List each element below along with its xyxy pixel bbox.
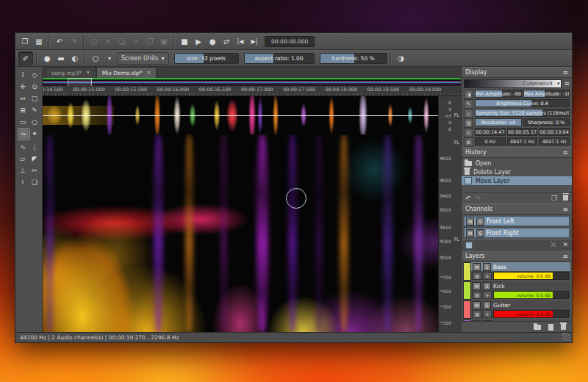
brightness-curve-slider[interactable]: Brightness Curve: 0.4	[475, 99, 570, 107]
volume-slider[interactable]: volume: 0.0 dB	[493, 272, 569, 280]
mute-button[interactable]: M	[466, 229, 474, 237]
tool-dotted-line-icon[interactable]: ⋮	[29, 141, 40, 152]
new-layer-icon[interactable]	[548, 324, 553, 331]
overview-strip[interactable]	[43, 78, 461, 86]
waveform-canvas[interactable]	[43, 96, 438, 134]
blend-mode-icon[interactable]: ▨	[473, 272, 481, 280]
spectrogram-canvas[interactable]	[43, 134, 438, 332]
resolution-icon[interactable]: ▥	[464, 118, 473, 128]
tool-harmonics-icon[interactable]: ∿	[18, 141, 29, 152]
tool-rectangle-select-icon[interactable]: ▢	[29, 93, 40, 104]
layer-color-swatch[interactable]	[463, 281, 471, 300]
colormap-layers-icon[interactable]: ≡	[564, 80, 570, 87]
resize-grip[interactable]	[562, 333, 570, 341]
layer-guitar[interactable]: M S Guitar ▨ + volume: 0.0 dB	[463, 300, 570, 319]
colormap-dropdown[interactable]: CubeHelix9 ▾	[464, 79, 562, 88]
delete-layer-icon[interactable]	[561, 324, 566, 330]
duplicate-icon[interactable]: ❐	[551, 195, 557, 202]
rounded-shape-icon[interactable]: ▬	[54, 52, 68, 65]
redo-icon[interactable]: ↷	[67, 35, 80, 48]
sampling-size-icon[interactable]: △	[464, 109, 473, 118]
tool-eraser-hard-icon[interactable]: ◤	[29, 153, 40, 164]
blend-icon[interactable]	[465, 242, 473, 249]
tool-scissors-icon[interactable]: ✂	[29, 165, 40, 176]
expand-button[interactable]: +	[483, 291, 492, 299]
cut-icon[interactable]: ✂	[129, 35, 143, 48]
tool-curve-icon[interactable]: ≀	[18, 176, 29, 187]
mute-button[interactable]: M	[466, 217, 474, 226]
time-zoom-icon[interactable]: ⊙	[464, 128, 473, 137]
channel-front-left[interactable]: M S Front Left	[464, 216, 570, 226]
brush-tip-icon[interactable]: ○	[89, 52, 102, 65]
layer-kick[interactable]: M S Kick ▨ + volume: 0.0 dB	[463, 281, 570, 300]
volume-slider[interactable]: volume: 0.0 dB	[493, 291, 569, 299]
paste-icon[interactable]: ▣	[157, 35, 171, 48]
trash-icon[interactable]	[563, 195, 568, 201]
contrast-shape-icon[interactable]: ◐	[68, 52, 82, 65]
menu-icon[interactable]: ≡	[562, 206, 568, 213]
tool-pan-icon[interactable]: ✛	[18, 81, 29, 92]
close-icon[interactable]: ✕	[562, 241, 568, 249]
tool-3d-view-icon[interactable]: ◇	[29, 69, 40, 80]
resolution-slider[interactable]: Resolution: x4	[475, 118, 522, 126]
solo-button[interactable]: S	[483, 263, 491, 271]
tool-magic-wand-icon[interactable]: ✦	[29, 128, 40, 139]
save-icon[interactable]: ▦	[32, 35, 46, 48]
dot-shape-icon[interactable]: ●	[40, 52, 54, 65]
blend-mode-icon[interactable]: ◑	[395, 52, 408, 65]
tab-song-mp3[interactable]: song.mp3* ✕	[46, 67, 96, 78]
layer-bass[interactable]: M S Bass ▨ + volume: 0.0 dB	[463, 262, 570, 281]
solo-button[interactable]: S	[483, 282, 491, 290]
sampling-size-slider[interactable]: Sampling Size: 5120 samples (116ms/9Hz)	[475, 109, 570, 117]
undo-icon[interactable]: ↶	[465, 195, 471, 202]
tool-lasso-icon[interactable]: ○	[29, 116, 40, 127]
tool-brush-icon[interactable]: ✑	[18, 128, 30, 140]
tab-mix-demo[interactable]: Mix Demo.slp* ✕	[96, 67, 157, 78]
tool-zoom-icon[interactable]: ⊙	[29, 81, 40, 92]
skip-start-icon[interactable]: |◀	[234, 35, 247, 48]
redo-icon[interactable]: ↷	[476, 195, 481, 202]
aspect-ratio-slider[interactable]: aspect ratio: 1.00	[244, 53, 315, 64]
sharpness-slider[interactable]: Sharpness: 0 %	[523, 118, 570, 126]
size-slider[interactable]: size: 32 pixels	[174, 53, 239, 64]
skip-end-icon[interactable]: ▶|	[248, 35, 261, 48]
copy-icon[interactable]: ❐	[143, 35, 157, 48]
open-icon[interactable]: ❒	[18, 35, 32, 48]
play-icon[interactable]: ▶	[192, 35, 205, 48]
tool-marquee-icon[interactable]: ▭	[18, 116, 29, 127]
menu-icon[interactable]: ≡	[562, 149, 568, 156]
mute-button[interactable]: M	[473, 263, 481, 271]
close-icon[interactable]: ✕	[86, 70, 90, 76]
tool-stamp-icon[interactable]: ⊥	[18, 165, 29, 176]
min-amplitude-slider[interactable]: Min Amplitude: -90 dB	[475, 90, 522, 98]
loop-icon[interactable]: ⇄	[220, 35, 233, 48]
time-ruler[interactable]: 00:00:14.50000:00:15.00000:00:15.50000:0…	[43, 86, 461, 96]
expand-button[interactable]: +	[483, 310, 492, 318]
mute-button[interactable]: M	[473, 282, 481, 290]
solo-button[interactable]: S	[476, 229, 484, 237]
blend-mode-icon[interactable]: ▨	[473, 310, 481, 318]
tool-eraser-icon[interactable]: ▱	[18, 153, 29, 164]
layer-color-swatch[interactable]	[463, 300, 471, 319]
brush-tip-dropdown-icon[interactable]: ▾	[103, 52, 116, 65]
history-item-move-layer[interactable]: Move Layer	[462, 176, 572, 185]
stop-icon[interactable]: ■	[178, 35, 191, 48]
undo-icon[interactable]: ↶	[53, 35, 66, 48]
brush-mode-icon[interactable]: ✐	[18, 51, 33, 65]
layer-color-swatch[interactable]	[463, 262, 471, 281]
blend-mode-icon[interactable]: ▨	[473, 291, 481, 299]
mute-button[interactable]: M	[473, 301, 481, 309]
tool-frequency-selection-icon[interactable]: I	[18, 69, 29, 80]
volume-slider[interactable]: volume: 0.0 dB	[493, 310, 569, 318]
delete-icon[interactable]: ✕	[101, 35, 115, 48]
record-icon[interactable]: ●	[206, 35, 219, 48]
solo-button[interactable]: S	[483, 301, 491, 309]
channel-front-right[interactable]: M S Front Right	[464, 228, 570, 238]
brightness-curve-icon[interactable]: ✎	[464, 99, 473, 109]
hardness-slider[interactable]: hardness: 50 %	[320, 53, 387, 64]
screen-units-dropdown[interactable]: Screen Units ▾	[117, 52, 169, 65]
tool-pen-icon[interactable]: ✎	[29, 104, 40, 115]
tool-move-icon[interactable]: ↔	[18, 93, 29, 104]
frequency-zoom-icon[interactable]: ⊕	[464, 137, 473, 147]
add-icon[interactable]: ❏	[115, 35, 129, 48]
